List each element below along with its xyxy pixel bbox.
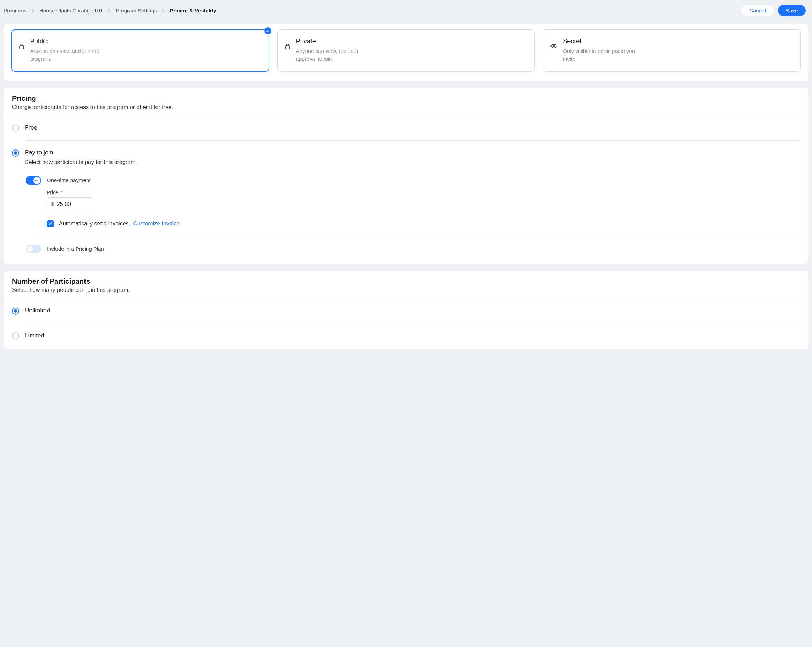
visibility-sub: Anyone can view and join the program. <box>30 47 105 63</box>
price-label: Price <box>47 190 58 195</box>
radio-limited-label: Limited <box>25 332 44 339</box>
toggle-knob <box>34 177 40 184</box>
participants-title: Number of Participants <box>12 277 800 286</box>
lock-icon <box>285 38 290 51</box>
pricing-plan-toggle[interactable] <box>26 245 41 253</box>
radio-pay[interactable] <box>12 150 19 157</box>
visibility-option-private[interactable]: Private Anyone can view, requires approv… <box>277 29 535 72</box>
radio-limited[interactable] <box>12 332 19 340</box>
visibility-sub: Only visible to participants you invite. <box>563 47 637 63</box>
currency-symbol: $ <box>51 201 54 207</box>
pricing-plan-row: Include in a Pricing Plan <box>26 236 800 263</box>
breadcrumb: Programs House Plants Curating 101 Progr… <box>3 8 217 14</box>
visibility-option-secret[interactable]: Secret Only visible to participants you … <box>543 29 801 72</box>
breadcrumb-program-settings[interactable]: Program Settings <box>116 8 157 14</box>
participants-option-limited[interactable]: Limited <box>3 323 809 345</box>
pricing-card: Pricing Charge participants for access t… <box>3 88 809 264</box>
chevron-right-icon <box>32 9 34 13</box>
header-actions: Cancel Save <box>741 5 809 16</box>
visibility-title: Public <box>30 38 105 45</box>
eye-off-icon <box>550 38 557 50</box>
selected-check-icon <box>264 28 272 34</box>
required-mark: * <box>61 190 63 195</box>
pricing-subtitle: Charge participants for access to this p… <box>12 104 800 110</box>
radio-unlimited[interactable] <box>12 307 19 315</box>
chevron-right-icon <box>108 9 111 13</box>
visibility-card: Public Anyone can view and join the prog… <box>3 24 809 81</box>
one-time-payment-label: One-time payment <box>47 177 90 183</box>
participants-option-unlimited[interactable]: Unlimited <box>3 300 809 317</box>
cancel-button[interactable]: Cancel <box>741 5 774 16</box>
participants-card: Number of Participants Select how many p… <box>3 271 809 349</box>
header-bar: Programs House Plants Curating 101 Progr… <box>0 0 812 21</box>
auto-invoice-checkbox[interactable] <box>47 220 54 227</box>
lock-open-icon <box>19 38 24 51</box>
save-button[interactable]: Save <box>778 5 806 16</box>
radio-unlimited-label: Unlimited <box>25 307 50 314</box>
price-input[interactable] <box>57 201 85 207</box>
visibility-title: Private <box>296 38 371 45</box>
one-time-payment-toggle[interactable] <box>26 176 41 185</box>
svg-rect-0 <box>20 46 24 49</box>
visibility-option-public[interactable]: Public Anyone can view and join the prog… <box>11 29 269 72</box>
breadcrumb-program-name[interactable]: House Plants Curating 101 <box>40 8 103 14</box>
price-input-wrapper[interactable]: $ <box>47 197 93 211</box>
radio-pay-label: Pay to join <box>25 149 137 156</box>
breadcrumb-programs[interactable]: Programs <box>3 8 27 14</box>
toggle-knob <box>26 245 34 252</box>
radio-free[interactable] <box>12 125 19 132</box>
customize-invoice-link[interactable]: Customize Invoice <box>133 220 180 226</box>
participants-subtitle: Select how many people can join this pro… <box>12 287 800 293</box>
pricing-plan-label: Include in a Pricing Plan <box>47 246 104 252</box>
pricing-option-free[interactable]: Free <box>3 117 809 134</box>
pricing-title: Pricing <box>12 95 800 102</box>
one-time-payment-row: One-time payment <box>26 168 800 185</box>
auto-invoice-label: Automatically send invoices. <box>59 220 130 226</box>
visibility-title: Secret <box>563 38 637 45</box>
pay-sub: Select how participants pay for this pro… <box>25 159 137 165</box>
pricing-option-pay[interactable]: Pay to join Select how participants pay … <box>3 141 809 168</box>
price-field: Price * $ <box>47 190 800 211</box>
auto-invoice-row: Automatically send invoices. Customize I… <box>47 220 800 227</box>
svg-rect-1 <box>285 46 290 49</box>
visibility-sub: Anyone can view, requires approval to jo… <box>296 47 371 63</box>
chevron-right-icon <box>162 9 165 13</box>
breadcrumb-current: Pricing & Visibility <box>169 8 216 14</box>
radio-free-label: Free <box>25 124 37 132</box>
